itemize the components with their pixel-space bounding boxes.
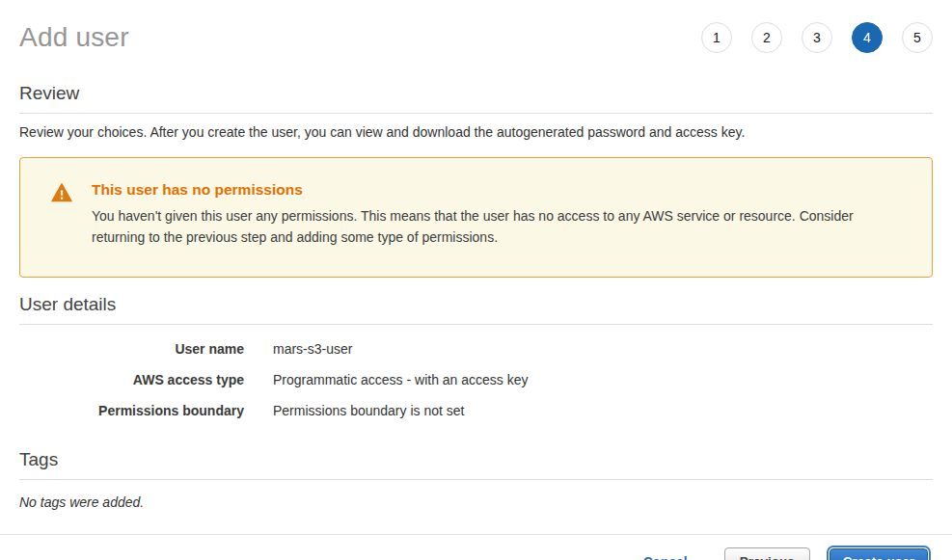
step-2[interactable]: 2 xyxy=(751,22,782,53)
tags-section: Tags No tags were added. xyxy=(19,449,933,510)
detail-value: Permissions boundary is not set xyxy=(273,403,464,418)
warning-body: You haven't given this user any permissi… xyxy=(92,205,897,248)
step-indicator: 1 2 3 4 5 xyxy=(701,22,933,53)
create-user-button-focus-ring: Create user xyxy=(827,546,931,560)
user-details-heading: User details xyxy=(19,294,933,325)
detail-row-user-name: User name mars-s3-user xyxy=(19,341,933,357)
previous-button[interactable]: Previous xyxy=(724,547,810,560)
tags-empty-message: No tags were added. xyxy=(19,494,933,510)
step-5[interactable]: 5 xyxy=(902,22,933,53)
step-1[interactable]: 1 xyxy=(701,22,732,53)
create-user-button[interactable]: Create user xyxy=(830,548,928,560)
review-section: Review Review your choices. After you cr… xyxy=(19,83,933,140)
wizard-footer: Cancel Previous Create user xyxy=(0,534,952,560)
add-user-wizard: Add user 1 2 3 4 5 Review Review your ch… xyxy=(0,0,952,560)
user-details-section: User details User name mars-s3-user AWS … xyxy=(19,294,933,418)
step-4-active[interactable]: 4 xyxy=(852,22,883,53)
detail-label: Permissions boundary xyxy=(19,403,244,418)
detail-value: Programmatic access - with an access key xyxy=(273,372,529,387)
detail-row-access-type: AWS access type Programmatic access - wi… xyxy=(19,372,933,387)
detail-label: AWS access type xyxy=(19,372,244,387)
tags-heading: Tags xyxy=(19,449,933,480)
warning-triangle-icon xyxy=(51,183,72,248)
detail-value: mars-s3-user xyxy=(273,341,352,357)
cancel-link[interactable]: Cancel xyxy=(643,554,688,560)
detail-label: User name xyxy=(19,341,244,357)
review-description: Review your choices. After you create th… xyxy=(19,124,933,140)
user-details-rows: User name mars-s3-user AWS access type P… xyxy=(19,341,933,418)
warning-text: This user has no permissions You haven't… xyxy=(92,181,897,248)
step-3[interactable]: 3 xyxy=(802,22,832,53)
wizard-header: Add user 1 2 3 4 5 xyxy=(19,0,933,60)
page-title: Add user xyxy=(19,22,129,53)
detail-row-permissions-boundary: Permissions boundary Permissions boundar… xyxy=(19,403,933,418)
warning-title: This user has no permissions xyxy=(92,181,897,199)
no-permissions-warning: This user has no permissions You haven't… xyxy=(19,157,933,278)
review-heading: Review xyxy=(19,83,933,114)
